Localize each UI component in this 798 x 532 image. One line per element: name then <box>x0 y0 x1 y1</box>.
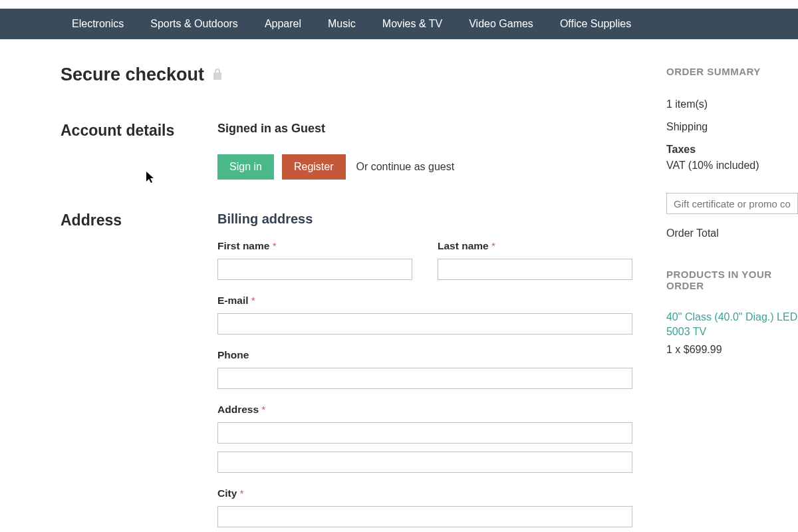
account-details-heading: Account details <box>61 122 217 140</box>
phone-label: Phone <box>217 349 632 361</box>
order-total-label: Order Total <box>666 227 798 239</box>
nav-movies-tv[interactable]: Movies & TV <box>382 18 442 30</box>
address-label: Address * <box>217 404 632 416</box>
nav-video-games[interactable]: Video Games <box>469 18 533 30</box>
continue-as-guest-text: Or continue as guest <box>356 161 455 173</box>
address2-input[interactable] <box>217 452 632 473</box>
first-name-label: First name * <box>217 240 412 252</box>
nav-music[interactable]: Music <box>328 18 356 30</box>
summary-taxes-value: VAT (10% included) <box>666 160 798 172</box>
products-in-order-heading: PRODUCTS IN YOUR ORDER <box>666 269 798 291</box>
signed-in-status: Signed in as Guest <box>217 122 632 136</box>
lock-icon <box>212 68 223 82</box>
city-input[interactable] <box>217 506 632 527</box>
nav-electronics[interactable]: Electronics <box>72 18 124 30</box>
email-label: E-mail * <box>217 295 632 307</box>
phone-input[interactable] <box>217 368 632 389</box>
summary-shipping: Shipping <box>666 121 798 133</box>
order-summary-heading: ORDER SUMMARY <box>666 66 798 77</box>
order-summary-panel: ORDER SUMMARY 1 item(s) Shipping Taxes V… <box>666 65 798 356</box>
nav-sports-outdoors[interactable]: Sports & Outdoors <box>150 18 238 30</box>
product-quantity-price: 1 x $699.99 <box>666 344 798 356</box>
category-nav: Electronics Sports & Outdoors Apparel Mu… <box>0 9 798 39</box>
address-heading: Address <box>61 211 217 229</box>
last-name-input[interactable] <box>438 259 632 280</box>
page-title-row: Secure checkout <box>61 65 666 85</box>
summary-item-count: 1 item(s) <box>666 98 798 110</box>
nav-office-supplies[interactable]: Office Supplies <box>560 18 631 30</box>
first-name-input[interactable] <box>217 259 412 280</box>
nav-apparel[interactable]: Apparel <box>265 18 301 30</box>
page-title: Secure checkout <box>61 65 204 85</box>
register-button[interactable]: Register <box>282 154 346 180</box>
email-input[interactable] <box>217 313 632 334</box>
last-name-label: Last name * <box>438 240 632 252</box>
city-label: City * <box>217 487 632 499</box>
address1-input[interactable] <box>217 422 632 444</box>
promo-code-input[interactable] <box>666 193 798 214</box>
product-link[interactable]: 40" Class (40.0" Diag.) LED 5003 TV <box>666 310 798 338</box>
sign-in-button[interactable]: Sign in <box>217 154 274 180</box>
summary-taxes-label: Taxes <box>666 144 798 156</box>
billing-address-title: Billing address <box>217 211 632 227</box>
